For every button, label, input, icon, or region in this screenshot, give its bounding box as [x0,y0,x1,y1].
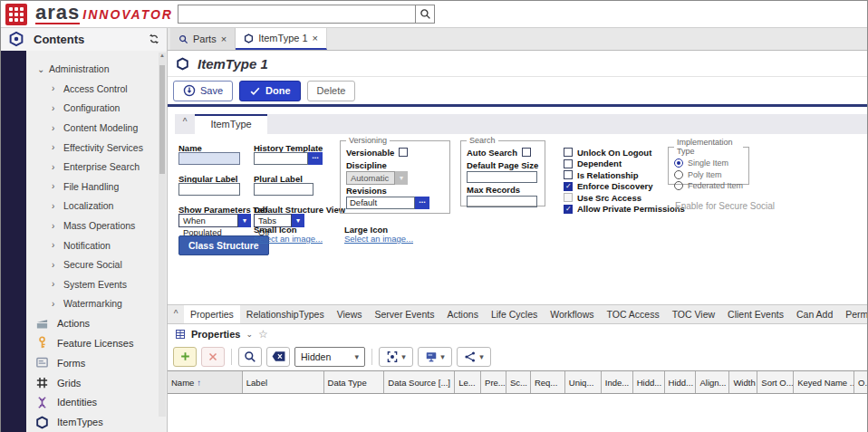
tree-node-system-events[interactable]: ›System Events [26,274,167,294]
sidebar-item-grids[interactable]: Grids [26,373,167,393]
ellipsis-button[interactable]: ... [415,197,429,209]
tab-properties[interactable]: Properties [184,305,240,323]
tab-toc-view[interactable]: TOC View [666,305,721,323]
form-panel-tab[interactable]: ItemType [195,114,267,134]
name-input[interactable] [178,152,240,165]
sidebar-item-identities[interactable]: Identities [26,392,167,412]
close-icon[interactable]: × [221,34,227,44]
done-button[interactable]: Done [239,81,301,101]
tree-node-access-control[interactable]: ›Access Control [26,79,167,99]
display-settings-dropdown[interactable]: ▾ [418,347,452,367]
save-button[interactable]: Save [173,81,233,101]
delete-button[interactable]: Delete [307,81,356,101]
column-header-hidden[interactable]: Hidd... [633,371,665,393]
tab-client-events[interactable]: Client Events [721,305,790,323]
tab-permissions[interactable]: Permissions [839,305,867,323]
view-mode-dropdown[interactable]: ▾ [379,347,413,367]
scrollbar-thumb[interactable] [159,65,165,174]
unlock-on-logout-checkbox[interactable] [564,148,573,157]
single-item-radio[interactable] [674,158,683,168]
history-template-input[interactable] [254,152,308,165]
share-dropdown[interactable]: ▾ [457,347,491,367]
search-grid-button[interactable] [238,347,262,367]
dependent-checkbox[interactable] [564,159,573,168]
column-header-keyed-name[interactable]: Keyed Name ... [794,371,854,393]
is-relationship-checkbox[interactable] [564,170,573,179]
tree-node-notification[interactable]: ›Notification [26,235,167,255]
sidebar-item-forms[interactable]: Forms [26,353,167,373]
column-header-data-type[interactable]: Data Type [324,371,385,393]
tree-node-localization[interactable]: ›Localization [26,197,167,216]
column-header-unique[interactable]: Uniq... [565,371,602,393]
column-header-precision[interactable]: Pre... [481,371,506,393]
column-header-scale[interactable]: Sc... [506,371,531,393]
tab-can-add[interactable]: Can Add [790,305,839,323]
tree-node-label: Access Control [63,83,128,94]
sidebar-item-actions[interactable]: Actions [26,313,167,333]
revisions-input[interactable]: Default [346,197,415,209]
column-header-sort-order[interactable]: Sort O... [757,371,794,393]
plural-label-input[interactable] [254,183,313,196]
allow-private-permissions-checkbox[interactable] [564,205,573,214]
column-header-name[interactable]: Name↑ [168,371,243,393]
collapse-relationships-icon[interactable]: ^ [168,305,184,323]
tree-node-file-handling[interactable]: ›File Handling [26,177,167,197]
column-header-required[interactable]: Req... [531,371,565,393]
auto-search-checkbox[interactable] [522,148,531,157]
chevron-down-icon[interactable]: ⌄ [246,330,253,339]
hidden-filter-select[interactable]: Hidden ▾ [294,347,365,367]
tab-actions[interactable]: Actions [440,305,484,323]
clear-search-button[interactable] [266,347,290,367]
sidebar-item-feature-licenses[interactable]: Feature Licenses [26,333,167,353]
global-search-button[interactable] [415,5,435,24]
tab-relationshiptypes[interactable]: RelationshipTypes [240,305,331,323]
singular-label-input[interactable] [178,183,240,196]
max-records-input[interactable] [467,196,537,207]
tree-node-effectivity-services[interactable]: ›Effectivity Services [26,138,167,158]
tab-server-events[interactable]: Server Events [369,305,441,323]
check-icon [249,85,261,97]
column-header-label[interactable]: Label [243,371,324,393]
favorite-star-icon[interactable]: ☆ [258,328,268,341]
chevron-down-icon[interactable]: ▾ [238,214,251,227]
tab-views[interactable]: Views [331,305,369,323]
enforce-discovery-checkbox[interactable] [564,182,573,191]
add-row-button[interactable] [173,347,197,367]
default-page-size-input[interactable] [467,171,537,183]
sidebar-item-itemtypes[interactable]: ItemTypes [26,412,167,432]
scroll-up-icon[interactable]: ▲ [159,53,166,58]
show-parameters-tab-select[interactable]: When Populated ▾ [178,214,251,227]
sidebar-scrollbar[interactable]: ▲ [159,53,166,417]
federated-item-radio[interactable] [674,181,683,190]
column-header-length[interactable]: Le... [455,371,481,393]
sidebar-header: Contents [1,28,167,51]
ellipsis-button[interactable]: ... [308,152,323,165]
tree-node-enterprise-search[interactable]: ›Enterprise Search [26,157,167,177]
tab-life-cycles[interactable]: Life Cycles [485,305,544,323]
tab-parts[interactable]: Parts × [170,28,236,50]
poly-item-radio[interactable] [674,170,683,179]
close-icon[interactable]: × [313,33,318,43]
app-launcher-icon[interactable] [5,4,27,25]
global-search-input[interactable] [178,5,416,24]
tree-node-watermarking[interactable]: ›Watermarking [26,294,167,314]
versionable-checkbox[interactable] [399,148,408,157]
tree-node-content-modeling[interactable]: ›Content Modeling [26,118,167,138]
collapse-panel-icon[interactable] [149,34,159,44]
large-icon-select-image-link[interactable]: Select an image... [344,234,413,244]
column-header-alignment[interactable]: Align... [696,371,729,393]
column-header-width[interactable]: Width [729,371,757,393]
column-header-hidden2[interactable]: Hidd... [665,371,697,393]
tab-itemtype-1[interactable]: ItemType 1 × [236,28,327,50]
small-icon-select-image-link[interactable]: Select an image... [254,234,323,244]
collapse-form-icon[interactable]: ^ [177,117,193,131]
tab-workflows[interactable]: Workflows [544,305,600,323]
tab-toc-access[interactable]: TOC Access [600,305,665,323]
tree-node-secure-social[interactable]: ›Secure Social [26,254,167,274]
column-header-o-truncated[interactable]: O... [854,371,867,393]
tree-node-administration[interactable]: ⌄ Administration [26,60,167,80]
tree-node-configuration[interactable]: ›Configuration [26,99,167,119]
column-header-indexed[interactable]: Inde... [602,371,633,393]
tree-node-mass-operations[interactable]: ›Mass Operations [26,216,167,235]
column-header-data-source[interactable]: Data Source [...] [384,371,455,393]
